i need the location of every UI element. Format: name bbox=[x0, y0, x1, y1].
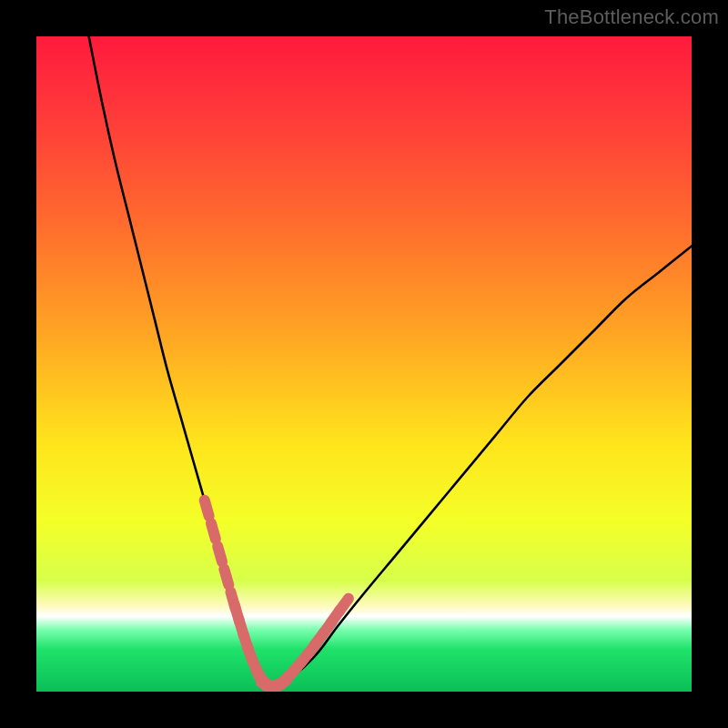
chart-frame: TheBottleneck.com bbox=[0, 0, 728, 728]
curve-layer bbox=[36, 36, 692, 692]
marker-capsule bbox=[205, 500, 209, 516]
marker-capsule bbox=[217, 546, 222, 561]
bottleneck-curve bbox=[89, 36, 692, 685]
highlight-markers bbox=[205, 500, 349, 688]
watermark-text: TheBottleneck.com bbox=[544, 5, 719, 29]
plot-area bbox=[36, 36, 692, 692]
marker-capsule bbox=[339, 599, 349, 612]
marker-capsule bbox=[224, 569, 228, 584]
marker-capsule bbox=[211, 523, 216, 539]
